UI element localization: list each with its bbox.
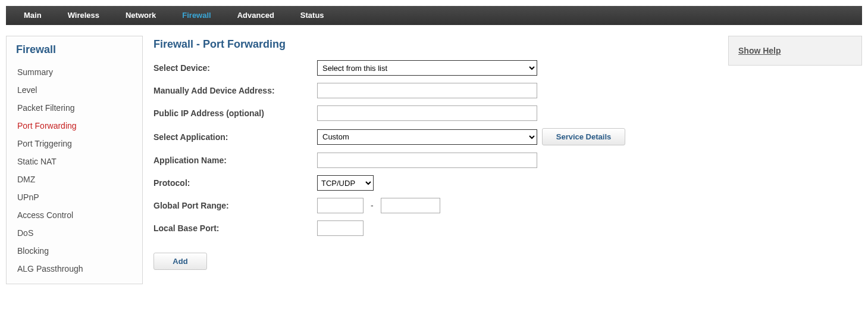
help-panel: Show Help — [728, 36, 862, 66]
local-base-port-input[interactable] — [317, 220, 364, 236]
top-nav: Main Wireless Network Firewall Advanced … — [6, 6, 862, 25]
nav-firewall[interactable]: Firewall — [169, 6, 224, 25]
sidebar-item-summary[interactable]: Summary — [16, 63, 133, 81]
global-port-start-input[interactable] — [317, 198, 364, 213]
sidebar-item-port-triggering[interactable]: Port Triggering — [16, 135, 133, 153]
select-device-dropdown[interactable]: Select from this list — [317, 60, 537, 76]
sidebar-item-packet-filtering[interactable]: Packet Filtering — [16, 99, 133, 117]
sidebar-item-dmz[interactable]: DMZ — [16, 170, 133, 188]
nav-status[interactable]: Status — [287, 6, 337, 25]
application-name-input[interactable] — [317, 153, 537, 168]
protocol-dropdown[interactable]: TCP/UDP — [317, 175, 374, 191]
nav-network[interactable]: Network — [112, 6, 169, 25]
add-button[interactable]: Add — [153, 253, 207, 270]
sidebar-item-blocking[interactable]: Blocking — [16, 242, 133, 260]
label-local-base-port: Local Base Port: — [153, 223, 317, 233]
nav-wireless[interactable]: Wireless — [55, 6, 112, 25]
sidebar-item-level[interactable]: Level — [16, 81, 133, 99]
page-title: Firewall - Port Forwarding — [153, 38, 715, 51]
label-select-application: Select Application: — [153, 132, 317, 142]
sidebar-item-port-forwarding[interactable]: Port Forwarding — [16, 117, 133, 135]
sidebar: Firewall Summary Level Packet Filtering … — [6, 36, 143, 284]
sidebar-item-upnp[interactable]: UPnP — [16, 188, 133, 206]
label-public-ip: Public IP Address (optional) — [153, 108, 317, 118]
public-ip-input[interactable] — [317, 105, 537, 121]
sidebar-item-dos[interactable]: DoS — [16, 224, 133, 242]
show-help-link[interactable]: Show Help — [738, 46, 781, 55]
sidebar-item-static-nat[interactable]: Static NAT — [16, 153, 133, 170]
port-range-dash: - — [368, 201, 376, 210]
nav-main[interactable]: Main — [11, 6, 55, 25]
service-details-button[interactable]: Service Details — [542, 128, 625, 145]
select-application-dropdown[interactable]: Custom — [317, 129, 537, 145]
label-application-name: Application Name: — [153, 156, 317, 165]
label-manual-address: Manually Add Device Address: — [153, 86, 317, 95]
main-content: Firewall - Port Forwarding Select Device… — [150, 36, 721, 276]
label-select-device: Select Device: — [153, 63, 317, 73]
label-global-port-range: Global Port Range: — [153, 201, 317, 210]
sidebar-item-alg-passthrough[interactable]: ALG Passthrough — [16, 260, 133, 278]
global-port-end-input[interactable] — [381, 198, 440, 213]
manual-address-input[interactable] — [317, 83, 537, 98]
nav-advanced[interactable]: Advanced — [224, 6, 287, 25]
label-protocol: Protocol: — [153, 178, 317, 188]
sidebar-title: Firewall — [16, 41, 133, 63]
sidebar-item-access-control[interactable]: Access Control — [16, 206, 133, 224]
